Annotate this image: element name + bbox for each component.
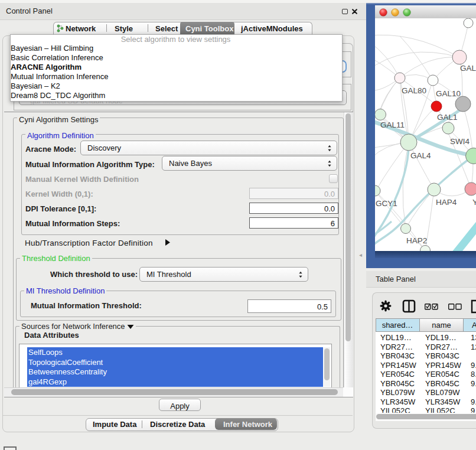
svg-text:Y: Y [472,198,476,207]
svg-text:GAL11: GAL11 [380,120,405,129]
svg-text:SWI4: SWI4 [450,137,470,146]
svg-text:HAP2: HAP2 [406,236,427,245]
svg-text:GAL10: GAL10 [436,89,461,98]
svg-text:HAP4: HAP4 [436,198,457,207]
svg-text:GCY1: GCY1 [376,199,397,208]
svg-text:GAL1: GAL1 [437,113,458,122]
svg-text:GAL4: GAL4 [410,151,431,160]
svg-text:GAL80: GAL80 [402,86,426,95]
svg-text:GAL7: GAL7 [460,64,476,73]
